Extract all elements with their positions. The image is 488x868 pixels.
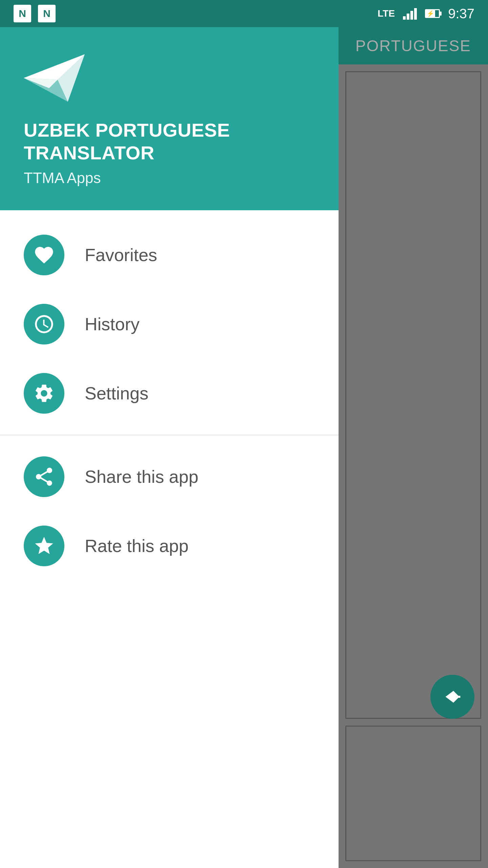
battery-lightning: ⚡: [427, 10, 434, 17]
menu-item-settings[interactable]: Settings: [0, 359, 339, 428]
history-icon-circle: [24, 304, 64, 344]
app-subtitle: TTMA Apps: [24, 170, 315, 186]
status-bar: N N LTE ⚡ 9:37: [0, 0, 488, 27]
lte-label: LTE: [378, 8, 395, 19]
right-panel-header: PORTUGUESE: [339, 27, 488, 64]
drawer-header: UZBEK PORTUGUESE TRANSLATOR TTMA Apps: [0, 27, 339, 210]
translate-icon: [441, 685, 464, 709]
signal-icon: [403, 7, 417, 20]
star-icon: [33, 535, 55, 557]
svg-rect-6: [448, 696, 460, 698]
notification-icon-1: N: [14, 5, 31, 22]
navigation-drawer: UZBEK PORTUGUESE TRANSLATOR TTMA Apps Fa…: [0, 27, 339, 868]
translation-input-area: [345, 71, 481, 719]
battery-icon: ⚡: [425, 9, 440, 18]
settings-label: Settings: [85, 383, 148, 403]
history-label: History: [85, 314, 140, 334]
language-label: PORTUGUESE: [355, 37, 471, 55]
menu-item-rate[interactable]: Rate this app: [0, 511, 339, 580]
right-panel: PORTUGUESE: [339, 27, 488, 868]
app-container: UZBEK PORTUGUESE TRANSLATOR TTMA Apps Fa…: [0, 27, 488, 868]
gear-icon: [33, 382, 55, 404]
rate-label: Rate this app: [85, 536, 188, 556]
status-bar-right: LTE ⚡ 9:37: [378, 6, 474, 21]
settings-icon-circle: [24, 373, 64, 414]
translation-output-area: [345, 726, 481, 861]
rate-icon-circle: [24, 526, 64, 566]
time-display: 9:37: [448, 6, 474, 21]
status-bar-left: N N: [14, 5, 56, 22]
app-title: UZBEK PORTUGUESE TRANSLATOR: [24, 119, 315, 164]
menu-item-share[interactable]: Share this app: [0, 442, 339, 511]
notification-icon-2: N: [38, 5, 56, 22]
menu-item-history[interactable]: History: [0, 290, 339, 359]
share-icon-circle: [24, 456, 64, 497]
translate-button[interactable]: [430, 675, 474, 719]
share-label: Share this app: [85, 467, 198, 487]
app-logo: [24, 54, 85, 102]
heart-icon: [33, 244, 55, 266]
menu-item-favorites[interactable]: Favorites: [0, 220, 339, 290]
drawer-menu: Favorites History Settings: [0, 210, 339, 868]
clock-icon: [33, 313, 55, 335]
favorites-icon-circle: [24, 235, 64, 275]
share-icon: [33, 466, 55, 488]
favorites-label: Favorites: [85, 245, 157, 265]
menu-divider: [0, 435, 339, 435]
